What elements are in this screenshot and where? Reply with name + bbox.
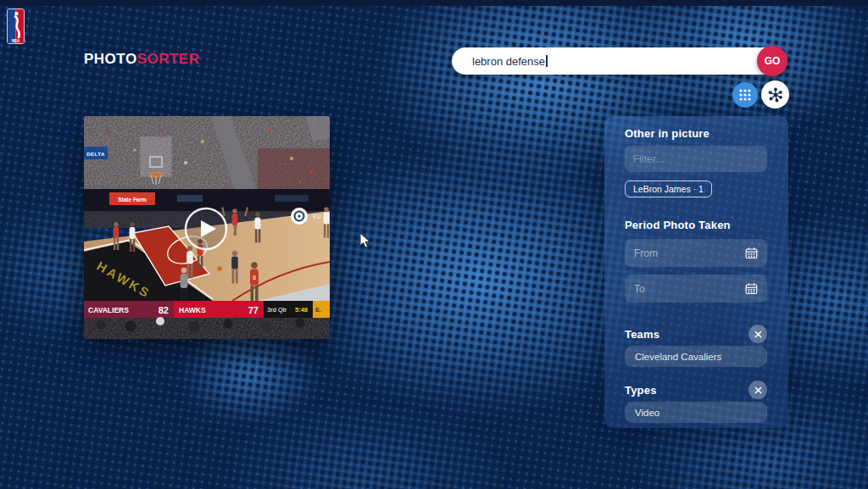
search-query-text: lebron defense — [472, 55, 545, 68]
top-strip — [0, 0, 868, 6]
brand-sorter: SORTER — [137, 51, 200, 67]
view-toggle-group — [732, 81, 789, 108]
other-in-picture-heading: Other in picture — [625, 127, 767, 140]
date-from-field[interactable]: From — [625, 239, 767, 267]
date-to-placeholder: To — [634, 283, 645, 295]
types-clear-button[interactable] — [748, 381, 767, 399]
basketball — [217, 266, 222, 271]
text-caret — [546, 55, 548, 67]
away-score: 82 — [159, 305, 169, 315]
home-score: 77 — [248, 305, 259, 315]
play-icon[interactable] — [186, 208, 226, 249]
svg-text:DELTA: DELTA — [86, 152, 105, 157]
delta-sign: DELTA — [84, 147, 108, 159]
svg-text:KU: KU — [313, 214, 321, 219]
video-result-thumbnail[interactable]: DELTA State Farm HAWKS — [84, 116, 330, 339]
period-heading: Period Photo Taken — [625, 219, 767, 231]
types-heading: Types — [625, 384, 657, 397]
scoreboard: CAVALIERS 82 HAWKS 77 3rd Qtr 5:48 0. — [84, 301, 330, 318]
cluster-view-icon — [767, 86, 784, 103]
corner-indicator: 0. — [315, 306, 320, 314]
search-bar: lebron defense GO — [452, 47, 785, 75]
teams-clear-button[interactable] — [748, 325, 767, 343]
svg-text:NBA: NBA — [12, 39, 20, 43]
types-value[interactable]: Video — [625, 402, 767, 423]
arena-crowd — [84, 116, 330, 191]
game-clock: 5:48 — [295, 306, 308, 314]
nba-logo: NBA — [7, 8, 25, 47]
other-filter-input[interactable] — [625, 146, 767, 172]
search-input[interactable]: lebron defense — [452, 55, 753, 68]
filter-panel: Other in picture LeBron James · 1 Period… — [604, 116, 788, 428]
app-logo: PHOTOSORTER — [84, 51, 199, 68]
cluster-view-button[interactable] — [761, 81, 789, 108]
svg-text:State Farm: State Farm — [118, 197, 147, 203]
close-icon — [754, 331, 762, 338]
grid-view-icon — [738, 88, 752, 102]
away-team: CAVALIERS — [88, 306, 129, 314]
date-from-placeholder: From — [634, 247, 658, 259]
game-period: 3rd Qtr — [267, 306, 287, 314]
grid-view-button[interactable] — [732, 82, 758, 108]
foreground-crowd — [84, 317, 330, 339]
teams-value[interactable]: Cleveland Cavaliers — [625, 346, 767, 367]
person-chip[interactable]: LeBron James · 1 — [625, 181, 712, 197]
brand-photo: PHOTO — [84, 51, 137, 67]
home-team: HAWKS — [179, 306, 206, 314]
go-button[interactable]: GO — [757, 46, 787, 76]
close-icon — [754, 386, 762, 394]
calendar-icon — [745, 282, 758, 295]
date-to-field[interactable]: To — [625, 275, 767, 303]
calendar-icon — [745, 247, 758, 259]
svg-text:8: 8 — [253, 275, 256, 281]
teams-heading: Teams — [625, 328, 659, 341]
